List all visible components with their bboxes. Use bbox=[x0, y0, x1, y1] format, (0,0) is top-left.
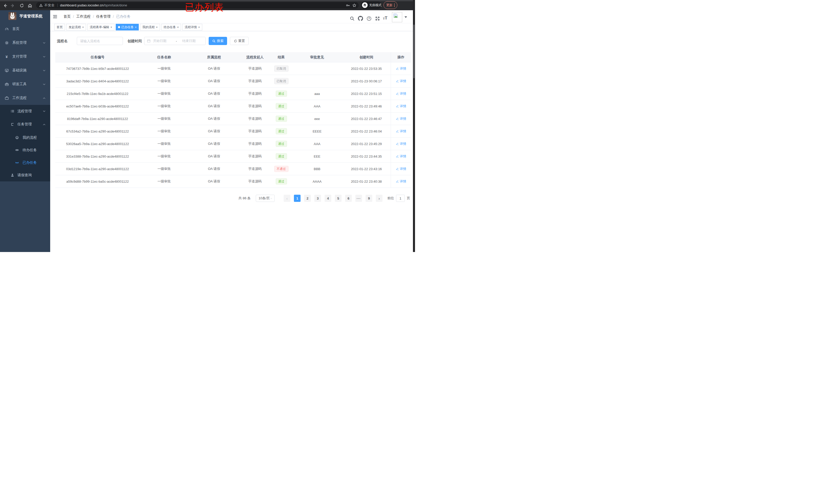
cell-result: 通过 bbox=[270, 88, 292, 100]
home-icon[interactable] bbox=[28, 3, 32, 8]
pagination-total: 共 86 条 bbox=[238, 196, 251, 201]
breadcrumb-item-1[interactable]: 工作流程 bbox=[76, 14, 91, 19]
hamburger-fold-icon[interactable] bbox=[53, 14, 57, 19]
date-range-picker[interactable]: 开始日期 - 结束日期 bbox=[144, 37, 205, 45]
star-icon[interactable] bbox=[352, 3, 356, 7]
cell-result: 通过 bbox=[270, 100, 292, 112]
goto-page-input[interactable] bbox=[396, 195, 405, 202]
detail-link[interactable]: 详情 bbox=[396, 179, 406, 184]
sidebar-item-workflow[interactable]: 工作流程 bbox=[0, 91, 50, 105]
sidebar-item-label: 请假查询 bbox=[18, 173, 32, 177]
caret-down-icon[interactable] bbox=[405, 16, 407, 18]
page-button-2[interactable]: 2 bbox=[304, 195, 311, 202]
sidebar-item-task-mgmt[interactable]: 任务管理 bbox=[0, 117, 50, 131]
github-icon[interactable] bbox=[358, 16, 363, 21]
cell-task-name: 一级审批 bbox=[140, 150, 188, 163]
cell-starter: 芋道源码 bbox=[240, 138, 270, 150]
update-button[interactable]: 更新 bbox=[384, 1, 397, 9]
page-scrollbar[interactable] bbox=[413, 0, 415, 252]
fullscreen-icon[interactable] bbox=[375, 16, 380, 21]
sidebar-item-label: 工作流程 bbox=[12, 96, 27, 100]
detail-link[interactable]: 详情 bbox=[396, 167, 406, 171]
next-page-button[interactable]: › bbox=[376, 195, 382, 202]
text-size-icon[interactable]: TT bbox=[383, 16, 387, 20]
refresh-icon[interactable] bbox=[20, 3, 24, 8]
pencil-icon bbox=[396, 105, 399, 108]
search-icon[interactable] bbox=[350, 16, 355, 21]
breadcrumb-item-2[interactable]: 任务管理 bbox=[96, 14, 110, 19]
prev-page-button[interactable]: ‹ bbox=[284, 195, 290, 202]
sidebar-item-leave-query[interactable]: 请假查询 bbox=[0, 169, 50, 181]
forward-icon[interactable] bbox=[10, 3, 15, 8]
sidebar-item-home[interactable]: 首页 bbox=[0, 22, 50, 36]
sidebar-item-label: 研发工具 bbox=[12, 82, 27, 87]
detail-link[interactable]: 详情 bbox=[396, 67, 406, 71]
sidebar-item-process-mgmt[interactable]: 流程管理 bbox=[0, 105, 50, 117]
cell-created: 2022-01-22 23:40:38 bbox=[342, 175, 391, 188]
status-badge: 通过 bbox=[276, 141, 287, 147]
sidebar: 芋道管理系统 首页系统管理¥支付管理基础设施研发工具工作流程流程管理任务管理我的… bbox=[0, 10, 50, 252]
back-icon[interactable] bbox=[3, 3, 7, 8]
cell-task-id: 8196daff-7b9a-11ec-a290-acde48001122 bbox=[55, 112, 140, 125]
sidebar-item-done-tasks[interactable]: 已办任务 bbox=[0, 156, 50, 169]
tab-done-tasks[interactable]: 已办任务× bbox=[116, 24, 139, 30]
question-icon[interactable]: ? bbox=[366, 16, 372, 21]
table-row: 74736737-7b9b-11ec-b5b7-acde48001122一级审批… bbox=[55, 62, 411, 75]
page-size-select[interactable]: 10条/页 bbox=[256, 195, 275, 202]
cell-task-id: 53026aa5-7b9a-11ec-a290-acde48001122 bbox=[55, 138, 140, 150]
table-row: ec507ae6-7b9a-11ec-b03b-acde48001122一级审批… bbox=[55, 100, 411, 112]
page-button-5[interactable]: 5 bbox=[335, 195, 342, 202]
kebab-menu-icon[interactable] bbox=[394, 4, 395, 7]
tab-home[interactable]: 首页 bbox=[54, 24, 65, 30]
sidebar-item-system[interactable]: 系统管理 bbox=[0, 36, 50, 49]
column-header: 流程发起人 bbox=[240, 52, 270, 62]
sidebar-item-infrastructure[interactable]: 基础设施 bbox=[0, 63, 50, 77]
close-icon[interactable]: × bbox=[135, 26, 136, 29]
tab-process-detail[interactable]: 流程详情× bbox=[182, 24, 202, 30]
detail-link[interactable]: 详情 bbox=[396, 79, 406, 83]
pencil-icon bbox=[396, 67, 399, 70]
page-button-1[interactable]: 1 bbox=[294, 195, 300, 202]
detail-link[interactable]: 详情 bbox=[396, 154, 406, 159]
page-button-3[interactable]: 3 bbox=[314, 195, 321, 202]
breadcrumb-item-0[interactable]: 首页 bbox=[63, 14, 71, 19]
page-button-4[interactable]: 4 bbox=[325, 195, 331, 202]
detail-link[interactable]: 详情 bbox=[396, 117, 406, 121]
scrollbar-thumb[interactable] bbox=[413, 25, 415, 78]
cell-starter: 芋道源码 bbox=[240, 150, 270, 163]
table-row: 8196daff-7b9a-11ec-a290-acde48001122一级审批… bbox=[55, 112, 411, 125]
sidebar-item-devtools[interactable]: 研发工具 bbox=[0, 77, 50, 91]
close-icon[interactable]: × bbox=[198, 26, 200, 29]
tab-form-edit[interactable]: 流程表单-编辑× bbox=[87, 24, 114, 30]
sidebar-item-payment[interactable]: ¥支付管理 bbox=[0, 49, 50, 63]
tab-start-process[interactable]: 发起流程× bbox=[66, 24, 86, 30]
key-icon[interactable] bbox=[346, 3, 350, 7]
page-button-9[interactable]: 9 bbox=[365, 195, 372, 202]
reset-button[interactable]: 重置 bbox=[230, 37, 249, 45]
tab-my-process[interactable]: 我的流程× bbox=[140, 24, 160, 30]
cell-task-id: 74736737-7b9b-11ec-b5b7-acde48001122 bbox=[55, 62, 140, 75]
detail-link[interactable]: 详情 bbox=[396, 129, 406, 134]
more-pages-button[interactable]: ··· bbox=[355, 195, 362, 202]
dashboard-icon bbox=[5, 27, 9, 31]
avatar[interactable] bbox=[392, 12, 402, 22]
page-button-6[interactable]: 6 bbox=[345, 195, 352, 202]
close-icon[interactable]: × bbox=[177, 26, 179, 29]
column-header: 任务名称 bbox=[140, 52, 188, 62]
tab-todo-tasks[interactable]: 待办任务× bbox=[161, 24, 181, 30]
close-icon[interactable]: × bbox=[82, 26, 84, 29]
sidebar-item-todo-tasks[interactable]: 待办任务 bbox=[0, 144, 50, 156]
cell-result: 已取消 bbox=[270, 75, 292, 88]
search-button[interactable]: 搜索 bbox=[209, 37, 227, 45]
process-name-label: 流程名 bbox=[57, 37, 68, 45]
url-host: dashboard.yudao.iocoder.cn bbox=[60, 3, 104, 7]
tab-label: 流程表单-编辑 bbox=[90, 25, 109, 29]
process-name-input[interactable] bbox=[77, 37, 123, 45]
sidebar-menu: 首页系统管理¥支付管理基础设施研发工具工作流程流程管理任务管理我的流程待办任务已… bbox=[0, 22, 50, 181]
close-icon[interactable]: × bbox=[110, 26, 112, 29]
detail-link[interactable]: 详情 bbox=[396, 104, 406, 108]
sidebar-item-my-process[interactable]: 我的流程 bbox=[0, 131, 50, 144]
close-icon[interactable]: × bbox=[156, 26, 157, 29]
detail-link[interactable]: 详情 bbox=[396, 142, 406, 146]
detail-link[interactable]: 详情 bbox=[396, 92, 406, 96]
